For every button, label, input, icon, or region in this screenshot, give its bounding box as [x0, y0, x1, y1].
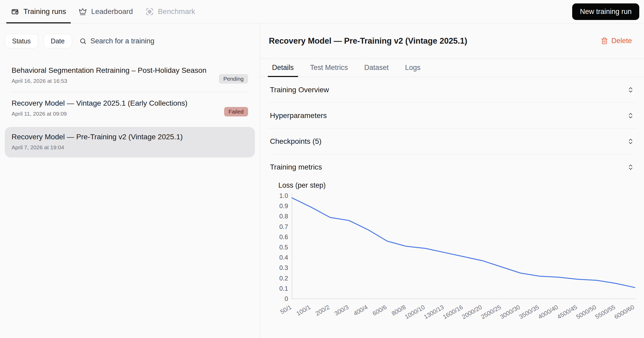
- svg-text:0.4: 0.4: [279, 254, 288, 261]
- nav-label-leaderboard: Leaderboard: [91, 7, 133, 16]
- svg-text:2500/25: 2500/25: [480, 304, 502, 320]
- crown-icon: [79, 8, 87, 16]
- loss-line-chart: 1.00.90.80.70.60.50.40.30.20.1050/1100/1…: [270, 190, 644, 331]
- tab-dataset[interactable]: Dataset: [360, 59, 394, 77]
- run-list-item-selected[interactable]: Recovery Model — Pre-Training v2 (Vintag…: [5, 127, 255, 157]
- svg-text:0.7: 0.7: [279, 223, 288, 230]
- accordion-hyperparameters[interactable]: Hyperparameters: [260, 103, 644, 128]
- run-date: April 16, 2026 at 16:53: [12, 78, 207, 84]
- svg-text:200/2: 200/2: [314, 304, 331, 317]
- svg-text:0.5: 0.5: [279, 244, 288, 251]
- app-header: Training runs Leaderboard Benchmark New …: [0, 0, 644, 23]
- svg-text:400/4: 400/4: [352, 304, 369, 317]
- cube-scan-icon: [145, 8, 154, 16]
- nav-item-training-runs[interactable]: Training runs: [5, 0, 72, 23]
- svg-text:0.6: 0.6: [279, 233, 288, 240]
- run-list-item[interactable]: Behavioral Segmentation Retraining – Pos…: [5, 60, 255, 91]
- svg-text:0.8: 0.8: [279, 213, 288, 220]
- delete-label: Delete: [611, 37, 632, 45]
- detail-header: Recovery Model — Pre-Training v2 (Vintag…: [260, 23, 644, 59]
- nav-item-leaderboard[interactable]: Leaderboard: [72, 0, 139, 23]
- run-date: April 11, 2026 at 09:09: [12, 111, 188, 117]
- chevrons-up-down-icon: [627, 86, 634, 93]
- chevrons-up-down-icon: [627, 112, 634, 119]
- trash-icon: [601, 37, 608, 44]
- delete-run-button[interactable]: Delete: [601, 37, 632, 45]
- svg-text:0: 0: [285, 295, 288, 302]
- main-layout: Status Date Behavioral Segmentation Retr…: [0, 23, 644, 338]
- status-filter-button[interactable]: Status: [5, 34, 38, 48]
- package-pin-icon: [11, 8, 19, 16]
- svg-text:1.0: 1.0: [279, 192, 288, 199]
- svg-text:1300/13: 1300/13: [423, 304, 445, 320]
- svg-text:4500/45: 4500/45: [556, 304, 578, 320]
- training-runs-sidebar: Status Date Behavioral Segmentation Retr…: [0, 23, 260, 338]
- tab-logs[interactable]: Logs: [400, 59, 425, 77]
- status-badge: Failed: [224, 107, 248, 116]
- svg-text:0.9: 0.9: [279, 202, 288, 209]
- tab-test-metrics[interactable]: Test Metrics: [305, 59, 353, 77]
- run-date: April 7, 2026 at 19:04: [12, 144, 183, 151]
- run-detail-panel: Recovery Model — Pre-Training v2 (Vintag…: [260, 23, 644, 338]
- accordion-label: Checkpoints (5): [270, 137, 321, 146]
- svg-text:600/6: 600/6: [371, 304, 388, 317]
- run-item-text: Behavioral Segmentation Retraining – Pos…: [12, 66, 207, 84]
- run-gap: [5, 124, 255, 127]
- date-filter-button[interactable]: Date: [43, 34, 72, 48]
- new-training-run-button[interactable]: New training run: [572, 3, 639, 20]
- accordion-training-metrics[interactable]: Training metrics: [260, 154, 644, 180]
- run-title: Recovery Model — Pre-Training v2 (Vintag…: [12, 133, 183, 141]
- loss-chart: 1.00.90.80.70.60.50.40.30.20.1050/1100/1…: [270, 190, 644, 332]
- status-badge: Pending: [219, 74, 248, 84]
- run-item-text: Recovery Model — Vintage 2025.1 (Early C…: [12, 99, 188, 117]
- run-divider: [11, 92, 249, 92]
- svg-text:0.3: 0.3: [279, 264, 288, 271]
- svg-text:4000/40: 4000/40: [537, 304, 559, 320]
- svg-text:3000/30: 3000/30: [499, 304, 521, 320]
- svg-text:300/3: 300/3: [333, 304, 350, 317]
- accordion-label: Training Overview: [270, 86, 329, 94]
- nav-label-training-runs: Training runs: [23, 7, 66, 16]
- svg-text:5500/55: 5500/55: [594, 304, 616, 320]
- run-list-item[interactable]: Recovery Model — Vintage 2025.1 (Early C…: [5, 93, 255, 124]
- search-icon: [79, 38, 87, 45]
- svg-text:6000/60: 6000/60: [613, 304, 635, 320]
- detail-tabs: Details Test Metrics Dataset Logs: [260, 59, 644, 77]
- header-spacer: [202, 0, 572, 23]
- chevrons-up-down-icon: [627, 164, 634, 171]
- chevrons-up-down-icon: [627, 138, 634, 145]
- svg-text:1600/16: 1600/16: [442, 304, 464, 320]
- tab-details[interactable]: Details: [267, 59, 299, 77]
- search-input[interactable]: [90, 37, 255, 45]
- accordion-label: Training metrics: [270, 163, 322, 171]
- svg-text:0.1: 0.1: [279, 285, 288, 292]
- svg-text:1000/10: 1000/10: [404, 304, 426, 320]
- svg-text:5000/50: 5000/50: [575, 304, 597, 320]
- filter-row: Status Date: [5, 34, 255, 48]
- svg-text:3500/35: 3500/35: [518, 304, 540, 320]
- svg-text:100/1: 100/1: [295, 304, 312, 317]
- nav-label-benchmark: Benchmark: [158, 7, 195, 16]
- accordion-label: Hyperparameters: [270, 111, 327, 120]
- run-item-text: Recovery Model — Pre-Training v2 (Vintag…: [12, 133, 183, 151]
- run-list: Behavioral Segmentation Retraining – Pos…: [5, 60, 255, 157]
- run-detail-title: Recovery Model — Pre-Training v2 (Vintag…: [269, 36, 467, 46]
- chart-title: Loss (per step): [278, 181, 644, 190]
- accordion-checkpoints[interactable]: Checkpoints (5): [260, 129, 644, 154]
- run-title: Recovery Model — Vintage 2025.1 (Early C…: [12, 99, 188, 107]
- svg-text:0.2: 0.2: [279, 275, 288, 282]
- nav-item-benchmark[interactable]: Benchmark: [139, 0, 202, 23]
- svg-text:2000/20: 2000/20: [461, 304, 483, 320]
- run-title: Behavioral Segmentation Retraining – Pos…: [12, 66, 207, 75]
- search-box: [79, 37, 255, 45]
- svg-text:50/1: 50/1: [279, 304, 293, 315]
- accordion-training-overview[interactable]: Training Overview: [260, 77, 644, 103]
